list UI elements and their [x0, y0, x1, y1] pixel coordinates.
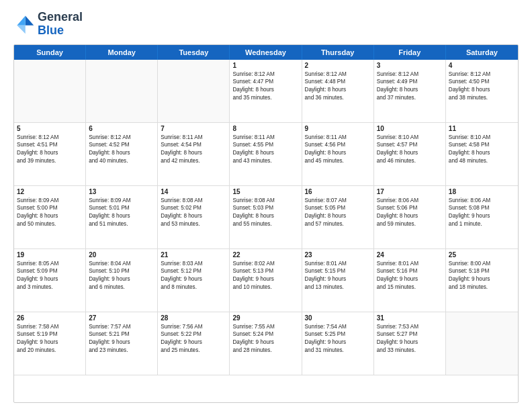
day-number: 20: [89, 251, 154, 259]
calendar-cell: 13Sunrise: 8:09 AM Sunset: 5:01 PM Dayli…: [86, 186, 158, 249]
calendar-cell: 7Sunrise: 8:11 AM Sunset: 4:54 PM Daylig…: [158, 123, 230, 186]
day-info: Sunrise: 8:09 AM Sunset: 5:00 PM Dayligh…: [17, 197, 83, 229]
calendar-body: 1Sunrise: 8:12 AM Sunset: 4:47 PM Daylig…: [14, 60, 518, 375]
day-info: Sunrise: 7:53 AM Sunset: 5:27 PM Dayligh…: [377, 323, 443, 355]
calendar-cell: 14Sunrise: 8:08 AM Sunset: 5:02 PM Dayli…: [158, 186, 230, 249]
day-number: 12: [17, 188, 83, 195]
day-info: Sunrise: 7:54 AM Sunset: 5:25 PM Dayligh…: [305, 323, 371, 355]
svg-marker-1: [17, 15, 25, 25]
day-number: 28: [161, 314, 226, 322]
day-info: Sunrise: 8:01 AM Sunset: 5:16 PM Dayligh…: [377, 260, 443, 292]
day-number: 29: [232, 314, 298, 322]
logo-icon: [13, 13, 35, 35]
calendar-cell: 22Sunrise: 8:02 AM Sunset: 5:13 PM Dayli…: [230, 249, 302, 312]
calendar-cell: 9Sunrise: 8:11 AM Sunset: 4:56 PM Daylig…: [302, 123, 374, 186]
day-number: 3: [377, 62, 443, 69]
day-info: Sunrise: 8:10 AM Sunset: 4:58 PM Dayligh…: [449, 134, 515, 166]
day-info: Sunrise: 8:02 AM Sunset: 5:13 PM Dayligh…: [232, 260, 298, 292]
day-info: Sunrise: 8:10 AM Sunset: 4:57 PM Dayligh…: [377, 134, 443, 166]
day-info: Sunrise: 8:12 AM Sunset: 4:50 PM Dayligh…: [449, 71, 515, 103]
calendar-cell: 6Sunrise: 8:12 AM Sunset: 4:52 PM Daylig…: [86, 123, 158, 186]
day-number: 6: [89, 125, 154, 132]
day-info: Sunrise: 8:00 AM Sunset: 5:18 PM Dayligh…: [449, 260, 515, 292]
day-number: 26: [17, 314, 83, 322]
day-info: Sunrise: 8:07 AM Sunset: 5:05 PM Dayligh…: [305, 197, 371, 229]
day-number: 14: [161, 188, 226, 195]
day-info: Sunrise: 7:57 AM Sunset: 5:21 PM Dayligh…: [89, 323, 154, 355]
header-day-sunday: Sunday: [14, 45, 86, 60]
day-number: 11: [449, 125, 515, 132]
day-number: 30: [305, 314, 371, 322]
day-number: 2: [305, 62, 371, 69]
calendar-cell: 1Sunrise: 8:12 AM Sunset: 4:47 PM Daylig…: [230, 60, 302, 123]
calendar-cell: [86, 60, 158, 123]
day-info: Sunrise: 8:09 AM Sunset: 5:01 PM Dayligh…: [89, 197, 154, 229]
day-info: Sunrise: 7:55 AM Sunset: 5:24 PM Dayligh…: [232, 323, 298, 355]
calendar-cell: 10Sunrise: 8:10 AM Sunset: 4:57 PM Dayli…: [374, 123, 446, 186]
day-number: 8: [232, 125, 298, 132]
logo-text: General Blue: [38, 11, 83, 38]
day-number: 21: [161, 251, 226, 259]
calendar-cell: 3Sunrise: 8:12 AM Sunset: 4:49 PM Daylig…: [374, 60, 446, 123]
day-info: Sunrise: 8:11 AM Sunset: 4:56 PM Dayligh…: [305, 134, 371, 166]
header: General Blue: [13, 11, 519, 38]
day-info: Sunrise: 8:04 AM Sunset: 5:10 PM Dayligh…: [89, 260, 154, 292]
calendar-cell: 20Sunrise: 8:04 AM Sunset: 5:10 PM Dayli…: [86, 249, 158, 312]
calendar-cell: 11Sunrise: 8:10 AM Sunset: 4:58 PM Dayli…: [446, 123, 518, 186]
day-number: 24: [377, 251, 443, 259]
calendar-cell: 16Sunrise: 8:07 AM Sunset: 5:05 PM Dayli…: [302, 186, 374, 249]
calendar-cell: 25Sunrise: 8:00 AM Sunset: 5:18 PM Dayli…: [446, 249, 518, 312]
logo: General Blue: [13, 11, 83, 38]
day-number: 4: [449, 62, 515, 69]
day-info: Sunrise: 8:11 AM Sunset: 4:55 PM Dayligh…: [232, 134, 298, 166]
day-info: Sunrise: 8:11 AM Sunset: 4:54 PM Dayligh…: [161, 134, 226, 166]
day-info: Sunrise: 8:05 AM Sunset: 5:09 PM Dayligh…: [17, 260, 83, 292]
calendar-cell: 26Sunrise: 7:58 AM Sunset: 5:19 PM Dayli…: [14, 312, 86, 375]
calendar-cell: 29Sunrise: 7:55 AM Sunset: 5:24 PM Dayli…: [230, 312, 302, 375]
calendar-header: SundayMondayTuesdayWednesdayThursdayFrid…: [14, 45, 518, 60]
calendar-cell: 30Sunrise: 7:54 AM Sunset: 5:25 PM Dayli…: [302, 312, 374, 375]
day-number: 7: [161, 125, 226, 132]
calendar-cell: 19Sunrise: 8:05 AM Sunset: 5:09 PM Dayli…: [14, 249, 86, 312]
logo-general: General: [38, 10, 83, 24]
day-info: Sunrise: 8:08 AM Sunset: 5:03 PM Dayligh…: [232, 197, 298, 229]
calendar-cell: 5Sunrise: 8:12 AM Sunset: 4:51 PM Daylig…: [14, 123, 86, 186]
day-info: Sunrise: 7:56 AM Sunset: 5:22 PM Dayligh…: [161, 323, 226, 355]
calendar-cell: [446, 312, 518, 375]
logo-blue: Blue: [38, 24, 64, 37]
day-number: 9: [305, 125, 371, 132]
svg-marker-0: [26, 15, 34, 25]
day-info: Sunrise: 8:12 AM Sunset: 4:47 PM Dayligh…: [232, 71, 298, 103]
day-number: 23: [305, 251, 371, 259]
day-info: Sunrise: 8:06 AM Sunset: 5:06 PM Dayligh…: [377, 197, 443, 229]
calendar-cell: 8Sunrise: 8:11 AM Sunset: 4:55 PM Daylig…: [230, 123, 302, 186]
day-number: 31: [377, 314, 443, 322]
header-day-wednesday: Wednesday: [230, 45, 302, 60]
day-number: 16: [305, 188, 371, 195]
calendar-cell: 23Sunrise: 8:01 AM Sunset: 5:15 PM Dayli…: [302, 249, 374, 312]
day-number: 18: [449, 188, 515, 195]
day-info: Sunrise: 8:12 AM Sunset: 4:48 PM Dayligh…: [305, 71, 371, 103]
svg-marker-2: [17, 26, 25, 34]
day-number: 15: [232, 188, 298, 195]
header-day-monday: Monday: [86, 45, 158, 60]
calendar-cell: 21Sunrise: 8:03 AM Sunset: 5:12 PM Dayli…: [158, 249, 230, 312]
day-number: 19: [17, 251, 83, 259]
calendar-cell: 15Sunrise: 8:08 AM Sunset: 5:03 PM Dayli…: [230, 186, 302, 249]
calendar-cell: 4Sunrise: 8:12 AM Sunset: 4:50 PM Daylig…: [446, 60, 518, 123]
calendar-cell: 17Sunrise: 8:06 AM Sunset: 5:06 PM Dayli…: [374, 186, 446, 249]
calendar: SundayMondayTuesdayWednesdayThursdayFrid…: [13, 44, 519, 403]
calendar-cell: 28Sunrise: 7:56 AM Sunset: 5:22 PM Dayli…: [158, 312, 230, 375]
day-info: Sunrise: 7:58 AM Sunset: 5:19 PM Dayligh…: [17, 323, 83, 355]
calendar-cell: 27Sunrise: 7:57 AM Sunset: 5:21 PM Dayli…: [86, 312, 158, 375]
day-number: 22: [232, 251, 298, 259]
header-day-friday: Friday: [374, 45, 446, 60]
day-number: 10: [377, 125, 443, 132]
day-info: Sunrise: 8:06 AM Sunset: 5:08 PM Dayligh…: [449, 197, 515, 229]
day-number: 13: [89, 188, 154, 195]
header-day-tuesday: Tuesday: [158, 45, 230, 60]
day-info: Sunrise: 8:08 AM Sunset: 5:02 PM Dayligh…: [161, 197, 226, 229]
calendar-cell: 31Sunrise: 7:53 AM Sunset: 5:27 PM Dayli…: [374, 312, 446, 375]
header-day-thursday: Thursday: [302, 45, 374, 60]
day-number: 25: [449, 251, 515, 259]
